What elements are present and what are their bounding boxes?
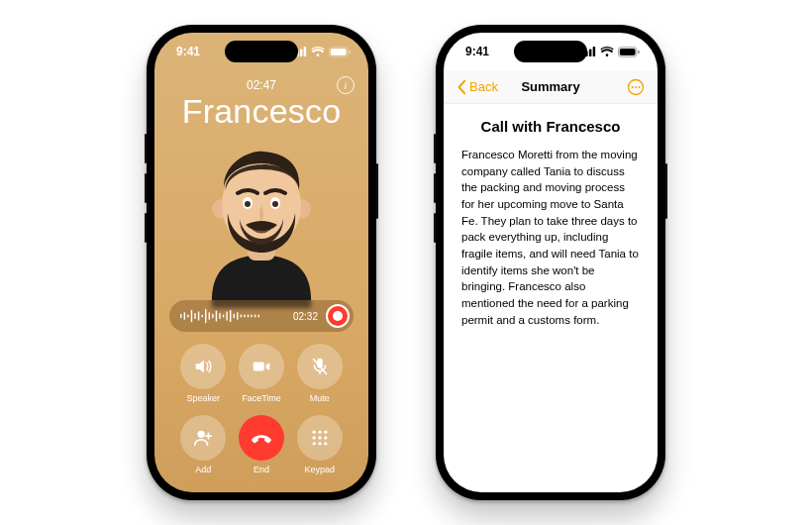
svg-point-44 bbox=[324, 431, 327, 434]
svg-point-60 bbox=[635, 86, 637, 88]
svg-rect-38 bbox=[254, 362, 264, 370]
svg-point-50 bbox=[324, 442, 327, 445]
record-button[interactable] bbox=[326, 304, 350, 328]
wifi-icon bbox=[311, 47, 325, 56]
facetime-button[interactable]: FaceTime bbox=[233, 344, 291, 403]
note-text: Francesco Moretti from the moving compan… bbox=[461, 147, 640, 328]
more-button[interactable] bbox=[626, 77, 646, 97]
svg-rect-54 bbox=[593, 47, 596, 56]
recording-time: 02:32 bbox=[293, 311, 318, 322]
svg-point-43 bbox=[318, 431, 321, 434]
battery-icon bbox=[618, 47, 640, 57]
svg-point-45 bbox=[312, 436, 315, 439]
svg-rect-53 bbox=[589, 50, 592, 57]
svg-point-42 bbox=[312, 431, 315, 434]
phone-notes-screen: 9:41 Back Summary Call with Francesco Fr… bbox=[436, 25, 665, 500]
back-button[interactable]: Back bbox=[456, 79, 498, 95]
status-time: 9:41 bbox=[465, 45, 489, 58]
video-icon bbox=[251, 356, 272, 377]
wifi-icon bbox=[600, 47, 614, 56]
caller-name: Francesco bbox=[154, 92, 368, 131]
speaker-label: Speaker bbox=[187, 393, 221, 403]
keypad-label: Keypad bbox=[304, 465, 335, 474]
svg-point-46 bbox=[318, 436, 321, 439]
note-title: Call with Francesco bbox=[461, 118, 640, 135]
end-label: End bbox=[254, 465, 269, 474]
status-time: 9:41 bbox=[176, 45, 200, 58]
phone-call-screen: 9:41 i 02:47 Francesco bbox=[147, 25, 376, 500]
note-body: Call with Francesco Francesco Moretti fr… bbox=[444, 118, 658, 492]
svg-point-61 bbox=[638, 86, 640, 88]
recording-pill[interactable]: 02:32 bbox=[169, 300, 354, 332]
mute-button[interactable]: Mute bbox=[290, 344, 349, 403]
svg-rect-5 bbox=[331, 48, 347, 54]
add-person-icon bbox=[192, 427, 214, 449]
mute-label: Mute bbox=[310, 393, 330, 403]
add-label: Add bbox=[195, 465, 211, 474]
speaker-button[interactable]: Speaker bbox=[174, 344, 233, 403]
speaker-icon bbox=[192, 356, 214, 377]
chevron-left-icon bbox=[456, 79, 467, 95]
svg-point-48 bbox=[312, 442, 315, 445]
svg-rect-2 bbox=[300, 50, 303, 57]
keypad-button[interactable]: Keypad bbox=[290, 415, 349, 474]
svg-point-14 bbox=[272, 201, 278, 207]
keypad-icon bbox=[310, 428, 330, 448]
svg-rect-56 bbox=[620, 48, 636, 54]
svg-rect-57 bbox=[638, 50, 639, 53]
svg-rect-3 bbox=[304, 47, 307, 56]
dynamic-island bbox=[225, 41, 298, 62]
call-timer: 02:47 bbox=[154, 78, 368, 92]
dynamic-island bbox=[514, 41, 587, 62]
waveform-icon bbox=[179, 308, 285, 324]
battery-icon bbox=[329, 47, 351, 57]
svg-point-59 bbox=[632, 86, 634, 88]
svg-point-47 bbox=[324, 436, 327, 439]
svg-point-41 bbox=[198, 431, 205, 438]
svg-rect-6 bbox=[349, 50, 350, 53]
ellipsis-circle-icon bbox=[627, 78, 645, 96]
end-call-icon bbox=[250, 426, 273, 450]
caller-avatar bbox=[182, 140, 341, 308]
end-call-button[interactable]: End bbox=[233, 415, 291, 474]
nav-bar: Back Summary bbox=[444, 70, 658, 104]
svg-point-49 bbox=[318, 442, 321, 445]
svg-point-12 bbox=[245, 201, 251, 207]
back-label: Back bbox=[469, 79, 498, 94]
mute-icon bbox=[309, 356, 331, 377]
facetime-label: FaceTime bbox=[242, 393, 281, 403]
add-button[interactable]: Add bbox=[174, 415, 233, 474]
